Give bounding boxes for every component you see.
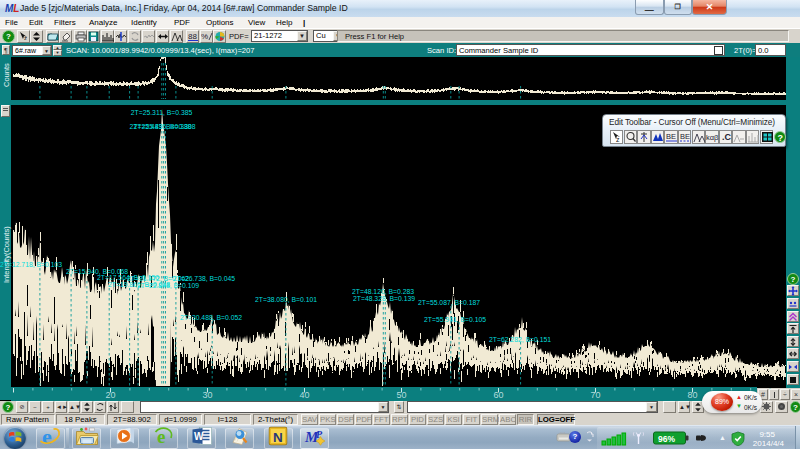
svg-text:BE: BE xyxy=(666,132,676,141)
svg-text:60: 60 xyxy=(493,390,503,400)
svg-text:96%: 96% xyxy=(658,434,675,444)
svg-text:2T=25.495, B=0.308: 2T=25.495, B=0.308 xyxy=(134,123,196,130)
svg-text:2T=22.848, B=0.109: 2T=22.848, B=0.109 xyxy=(137,282,199,289)
svg-text:kαβ: kαβ xyxy=(706,133,719,142)
svg-text:20: 20 xyxy=(105,390,115,400)
svg-text:2T=30.488, B=0.052: 2T=30.488, B=0.052 xyxy=(180,314,242,321)
svg-text:80: 80 xyxy=(687,390,697,400)
svg-text:.C: .C xyxy=(722,132,732,142)
svg-text:2T=48.328, B=0.139: 2T=48.328, B=0.139 xyxy=(353,295,415,302)
svg-text:2T=12.718, B=0.103: 2T=12.718, B=0.103 xyxy=(0,261,62,268)
svg-text:2T=25.311, B=0.385: 2T=25.311, B=0.385 xyxy=(131,109,193,116)
svg-text:2T=48.120, B=0.283: 2T=48.120, B=0.283 xyxy=(352,288,414,295)
svg-text:z: z xyxy=(24,35,27,41)
svg-text:BE: BE xyxy=(680,132,690,141)
svg-text:2T=38.080, B=0.101: 2T=38.080, B=0.101 xyxy=(255,296,317,303)
svg-text:2T=62.282, B=0.151: 2T=62.282, B=0.151 xyxy=(489,336,551,343)
svg-text:W: W xyxy=(194,431,204,442)
svg-text:N: N xyxy=(273,430,283,445)
svg-text:2T=55.087, B=0.187: 2T=55.087, B=0.187 xyxy=(418,299,480,306)
svg-text:2T=55.941, B=0.105: 2T=55.941, B=0.105 xyxy=(424,316,486,323)
svg-text:%: % xyxy=(201,32,208,41)
svg-text:30: 30 xyxy=(202,390,212,400)
svg-text:88: 88 xyxy=(188,32,197,41)
svg-text:70: 70 xyxy=(590,390,600,400)
svg-text:40: 40 xyxy=(299,390,309,400)
svg-text:50: 50 xyxy=(396,390,406,400)
svg-text:z: z xyxy=(616,136,620,143)
